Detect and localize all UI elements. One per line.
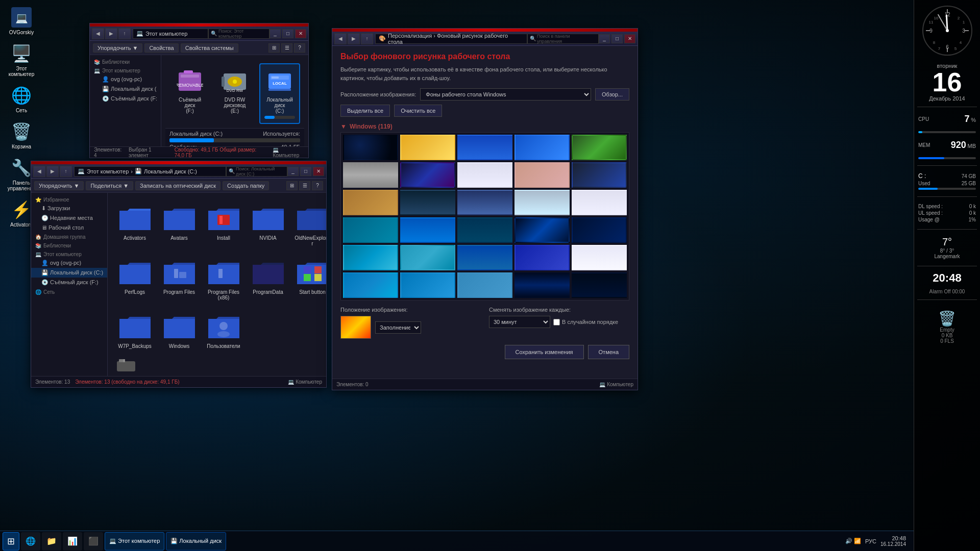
wallpaper-pink[interactable] xyxy=(514,162,570,188)
minimize-btn-2[interactable]: _ xyxy=(287,167,299,176)
forward-btn-2[interactable]: ▶ xyxy=(46,166,59,177)
forward-btn-3[interactable]: ▶ xyxy=(348,33,360,44)
wallpaper-minimal[interactable] xyxy=(572,245,627,270)
persona-address-bar[interactable]: 🎨 Персонализация › Фоновый рисунок рабоч… xyxy=(375,34,527,44)
burn-btn[interactable]: Записать на оптический диск xyxy=(135,181,220,190)
view-icons-btn-2[interactable]: ⊞ xyxy=(286,181,298,190)
wallpaper-blue2[interactable] xyxy=(457,190,512,215)
organize-btn[interactable]: Упорядочить ▼ xyxy=(93,43,142,53)
wallpaper-bubble[interactable] xyxy=(343,272,398,298)
wallpaper-aurora[interactable] xyxy=(400,135,455,160)
bottom-address-bar[interactable]: 💻 Этот компьютер › 💾 Локальный диск (C:) xyxy=(74,166,226,177)
wallpaper-win8blue[interactable] xyxy=(457,135,512,160)
wallpaper-teal[interactable] xyxy=(343,217,398,243)
help-btn[interactable]: ? xyxy=(294,43,305,53)
wallpaper-cyan[interactable] xyxy=(343,245,398,270)
folder-programdata[interactable]: ProgramData xyxy=(247,253,289,305)
view-list-btn[interactable]: ☰ xyxy=(281,43,292,53)
wallpaper-grey1[interactable] xyxy=(343,162,398,188)
share-btn[interactable]: Поделиться ▼ xyxy=(86,181,133,190)
folder-install[interactable]: Install xyxy=(203,199,244,251)
maximize-btn-2[interactable]: □ xyxy=(300,167,311,176)
folder-oldnewexplorer[interactable]: OldNewExplorer xyxy=(291,199,326,251)
wallpaper-orange[interactable] xyxy=(343,190,398,215)
desktop-icon-recycle[interactable]: 🗑️ Корзина xyxy=(5,119,38,152)
language-indicator[interactable]: РУС xyxy=(865,538,876,544)
persona-titlebar[interactable]: ◀ ▶ ↑ 🎨 Персонализация › Фоновый рисунок… xyxy=(332,32,638,46)
titlebar-top[interactable]: ◀ ▶ ↑ 💻 Этот компьютер 🔍 Поиск: Этот ком… xyxy=(90,27,308,41)
disk-f[interactable]: REMOVABLE Съёмный диск(F:) xyxy=(169,63,210,124)
disk-c[interactable]: LOCAL Локальный диск(C:) xyxy=(259,63,300,124)
sidebar-removable-f[interactable]: 💿 Съёмный диск (F: xyxy=(90,94,161,104)
wallpaper-inno-dark[interactable] xyxy=(572,217,627,243)
view-icons-btn[interactable]: ⊞ xyxy=(268,43,280,53)
wallpaper-abstract[interactable] xyxy=(514,245,570,270)
wallpaper-win-logo-blue[interactable] xyxy=(400,217,455,243)
sidebar-ovg[interactable]: 👤 ovg (ovg-pc) xyxy=(90,74,161,84)
up-btn[interactable]: ↑ xyxy=(118,28,131,39)
folder-programfiles86[interactable]: Program Files (x86) xyxy=(203,253,244,305)
folder-activators[interactable]: Activators xyxy=(114,199,156,251)
persona-search[interactable]: 🔍 Поиск в панели управления xyxy=(527,34,599,44)
top-address-bar[interactable]: 💻 Этот компьютер xyxy=(133,29,208,39)
view-list-btn-2[interactable]: ☰ xyxy=(299,181,310,190)
save-changes-btn[interactable]: Сохранить изменения xyxy=(505,345,584,359)
wallpaper-light-blue[interactable] xyxy=(514,190,570,215)
wallpaper-very-light[interactable] xyxy=(572,190,627,215)
folder-users[interactable]: Пользователи xyxy=(203,307,244,353)
close-btn[interactable]: ✕ xyxy=(295,29,306,38)
wallpaper-white1[interactable] xyxy=(457,162,512,188)
wallpaper-blue-dark[interactable] xyxy=(400,190,455,215)
minimize-btn-3[interactable]: _ xyxy=(599,34,610,43)
forward-btn[interactable]: ▶ xyxy=(105,28,117,39)
back-btn[interactable]: ◀ xyxy=(92,28,104,39)
system-props-btn[interactable]: Свойства системы xyxy=(181,43,238,53)
organize-btn-2[interactable]: Упорядочить ▼ xyxy=(34,181,84,190)
local-c-item[interactable]: 💾 Локальный диск (C:) xyxy=(31,268,107,278)
up-btn-2[interactable]: ↑ xyxy=(60,166,72,177)
titlebar-bottom[interactable]: ◀ ▶ ↑ 💻 Этот компьютер › 💾 Локальный дис… xyxy=(31,164,326,179)
sidebar-local-c[interactable]: 💾 Локальный диск ( xyxy=(90,84,161,94)
browse-btn[interactable]: Обзор... xyxy=(595,88,629,101)
taskbar-explorer-1[interactable]: 💻 Этот компьютер xyxy=(105,532,164,550)
up-btn-3[interactable]: ↑ xyxy=(361,33,373,44)
taskbar-explorer-2[interactable]: 💾 Локальный диск xyxy=(166,532,226,550)
back-btn-2[interactable]: ◀ xyxy=(33,166,45,177)
position-dropdown[interactable]: Заполнение xyxy=(375,321,421,334)
desktop-icon-network[interactable]: 🌐 Сеть xyxy=(5,83,38,115)
search-box-bottom[interactable]: 🔍 Поиск: Локальный диск (C:) xyxy=(226,166,287,177)
desktop-icon-ovgorskiy[interactable]: 💻 OVGorskiy xyxy=(5,5,38,37)
recent-item[interactable]: 🕐 Недавние места xyxy=(31,213,107,223)
select-all-btn[interactable]: Выделить все xyxy=(340,105,390,117)
wallpaper-deep-teal[interactable] xyxy=(457,217,512,243)
close-btn-2[interactable]: ✕ xyxy=(313,167,324,176)
slideshow-dropdown[interactable]: 30 минут xyxy=(489,316,550,328)
wallpaper-win-tiles[interactable] xyxy=(400,245,455,270)
maximize-btn[interactable]: □ xyxy=(282,29,293,38)
taskbar-excel[interactable]: 📊 xyxy=(63,532,82,550)
back-btn-3[interactable]: ◀ xyxy=(334,33,347,44)
wallpaper-very-dark[interactable] xyxy=(572,272,627,298)
disk-e[interactable]: DVD RW DVD RWдисковод (E:) xyxy=(214,63,255,124)
new-folder-btn[interactable]: Создать папку xyxy=(223,181,269,190)
wallpaper-win8-2[interactable] xyxy=(400,272,455,298)
minimize-btn[interactable]: _ xyxy=(270,29,281,38)
wallpaper-nebula[interactable] xyxy=(400,162,455,188)
search-box-top[interactable]: 🔍 Поиск: Этот компьютер xyxy=(208,29,270,39)
cancel-btn[interactable]: Отмена xyxy=(588,345,629,359)
wallpaper-nature[interactable] xyxy=(572,135,627,160)
maximize-btn-3[interactable]: □ xyxy=(611,34,623,43)
wallpaper-space[interactable] xyxy=(343,135,398,160)
folder-programfiles[interactable]: Program Files xyxy=(158,253,200,305)
folder-w7p[interactable]: W7P_Backups xyxy=(114,307,156,353)
taskbar-ie[interactable]: 🌐 xyxy=(21,532,40,550)
wallpaper-dark-inno[interactable] xyxy=(514,217,570,243)
wallpaper-win8[interactable] xyxy=(514,135,570,160)
folder-nvidia[interactable]: NVIDIA xyxy=(247,199,289,251)
shuffle-checkbox[interactable] xyxy=(553,319,560,325)
folder-startbutton[interactable]: Start button xyxy=(291,253,326,305)
wallpaper-dark1[interactable] xyxy=(572,162,627,188)
desktop-item[interactable]: 🖥 Рабочий стол xyxy=(31,223,107,232)
start-button[interactable]: ⊞ xyxy=(3,532,19,550)
wallpaper-section-header[interactable]: ▼ Windows (119) xyxy=(340,121,629,132)
